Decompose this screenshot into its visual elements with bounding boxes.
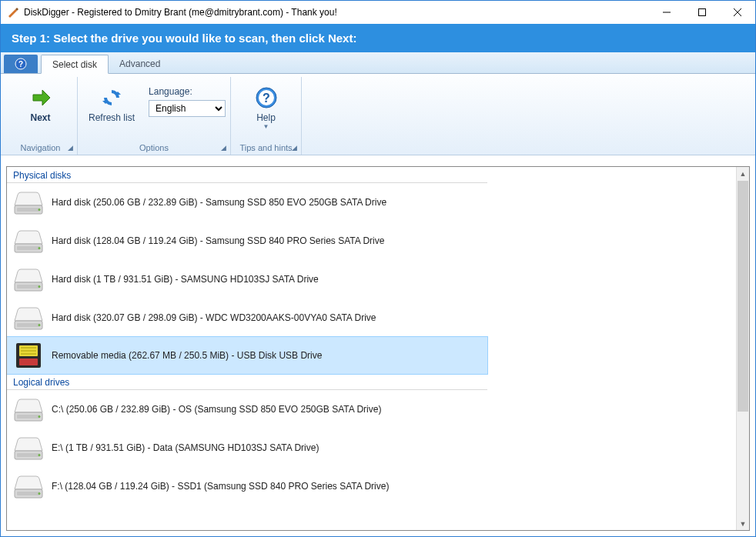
hard-disk-icon <box>12 471 45 502</box>
drive-label: Hard disk (250.06 GB / 232.89 GiB) - Sam… <box>52 197 386 208</box>
file-tab-help[interactable]: ? <box>4 55 38 73</box>
svg-point-20 <box>38 324 41 326</box>
scroll-down-arrow[interactable]: ▼ <box>737 517 749 530</box>
vertical-scrollbar[interactable]: ▲ ▼ <box>736 167 749 530</box>
next-button[interactable]: Next <box>21 83 61 125</box>
svg-rect-31 <box>17 453 40 457</box>
hard-disk-icon <box>12 394 45 425</box>
help-label: Help <box>256 112 276 123</box>
svg-rect-13 <box>17 246 40 250</box>
hard-disk-icon <box>12 264 45 295</box>
physical-disk-item[interactable]: Hard disk (128.04 GB / 119.24 GiB) - Sam… <box>7 222 487 260</box>
drive-label: Removable media (262.67 MB / 250.5 MiB) … <box>52 350 322 361</box>
hard-disk-icon <box>12 225 45 256</box>
refresh-icon <box>99 85 124 111</box>
physical-disk-item[interactable]: Removable media (262.67 MB / 250.5 MiB) … <box>7 336 488 375</box>
svg-point-29 <box>38 415 41 418</box>
svg-rect-25 <box>21 353 36 355</box>
next-label: Next <box>30 112 50 123</box>
scroll-thumb[interactable] <box>738 181 748 412</box>
svg-point-11 <box>38 208 41 211</box>
drive-label: C:\ (250.06 GB / 232.89 GiB) - OS (Samsu… <box>52 404 381 415</box>
svg-point-35 <box>38 492 41 495</box>
window-title: DiskDigger - Registered to Dmitry Brant … <box>24 7 649 18</box>
drive-label: Hard disk (1 TB / 931.51 GiB) - SAMSUNG … <box>52 274 319 285</box>
arrow-right-icon <box>28 85 53 111</box>
language-dropdown[interactable]: English <box>149 100 226 117</box>
drive-list-scroll: Physical disks Hard disk (250.06 GB / 23… <box>7 167 736 530</box>
dialog-launcher-navigation[interactable]: ◢ <box>65 142 75 153</box>
drive-label: E:\ (1 TB / 931.51 GiB) - Data (SAMSUNG … <box>52 442 319 453</box>
ribbon-group-label-options: Options <box>82 142 226 155</box>
app-icon <box>7 6 19 18</box>
hard-disk-icon <box>12 302 45 333</box>
titlebar: DiskDigger - Registered to Dmitry Brant … <box>1 1 755 24</box>
help-icon: ? <box>254 85 279 111</box>
refresh-list-button[interactable]: Refresh list <box>82 83 141 125</box>
drive-list-panel: Physical disks Hard disk (250.06 GB / 23… <box>6 166 750 531</box>
language-selector: Language: English <box>149 83 226 117</box>
svg-point-14 <box>38 247 41 249</box>
minimize-button[interactable] <box>649 1 684 24</box>
svg-text:?: ? <box>18 60 23 68</box>
ribbon-group-options: Refresh list Language: English Options ◢ <box>78 77 231 155</box>
step-banner: Step 1: Select the drive you would like … <box>1 24 755 52</box>
tab-advanced[interactable]: Advanced <box>109 54 171 73</box>
svg-rect-23 <box>21 347 36 349</box>
ribbon-group-label-tips: Tips and hints <box>236 142 296 155</box>
svg-text:?: ? <box>263 92 270 105</box>
tab-strip: ? Select disk Advanced <box>1 52 755 74</box>
section-physical-disks: Physical disks <box>7 167 487 183</box>
tab-select-disk[interactable]: Select disk <box>41 55 109 74</box>
refresh-label: Refresh list <box>89 112 135 123</box>
ribbon: Next Navigation ◢ Refresh list Language:… <box>1 74 755 155</box>
svg-rect-34 <box>17 492 40 495</box>
maximize-button[interactable] <box>684 1 720 24</box>
dialog-launcher-tips[interactable]: ◢ <box>289 142 299 153</box>
svg-point-32 <box>38 454 41 456</box>
ribbon-group-navigation: Next Navigation ◢ <box>4 77 78 155</box>
help-button[interactable]: ? Help ▼ <box>246 83 286 132</box>
physical-disk-item[interactable]: Hard disk (1 TB / 931.51 GiB) - SAMSUNG … <box>7 260 487 299</box>
scroll-up-arrow[interactable]: ▲ <box>737 167 749 180</box>
physical-disk-item[interactable]: Hard disk (250.06 GB / 232.89 GiB) - Sam… <box>7 183 487 222</box>
svg-rect-19 <box>17 323 40 327</box>
ribbon-group-label-navigation: Navigation <box>8 142 72 155</box>
svg-rect-1 <box>699 9 706 16</box>
ribbon-group-tips: ? Help ▼ Tips and hints ◢ <box>231 77 302 155</box>
section-logical-drives: Logical drives <box>7 374 487 390</box>
dialog-launcher-options[interactable]: ◢ <box>218 142 229 153</box>
svg-rect-24 <box>21 350 36 352</box>
window-controls <box>649 1 755 24</box>
svg-rect-26 <box>19 359 38 365</box>
svg-point-17 <box>38 285 41 288</box>
svg-rect-16 <box>17 285 40 289</box>
drive-label: F:\ (128.04 GB / 119.24 GiB) - SSD1 (Sam… <box>52 481 389 492</box>
hard-disk-icon <box>12 187 45 218</box>
close-button[interactable] <box>720 1 755 24</box>
language-label: Language: <box>149 86 226 97</box>
physical-disk-item[interactable]: Hard disk (320.07 GB / 298.09 GiB) - WDC… <box>7 299 487 337</box>
drive-label: Hard disk (128.04 GB / 119.24 GiB) - Sam… <box>52 235 384 246</box>
logical-drive-item[interactable]: F:\ (128.04 GB / 119.24 GiB) - SSD1 (Sam… <box>7 467 487 505</box>
logical-drive-item[interactable]: E:\ (1 TB / 931.51 GiB) - Data (SAMSUNG … <box>7 429 487 467</box>
dropdown-icon: ▼ <box>263 123 269 130</box>
svg-rect-10 <box>17 208 40 212</box>
removable-media-icon <box>12 340 45 371</box>
drive-label: Hard disk (320.07 GB / 298.09 GiB) - WDC… <box>52 312 376 323</box>
hard-disk-icon <box>12 432 45 463</box>
logical-drive-item[interactable]: C:\ (250.06 GB / 232.89 GiB) - OS (Samsu… <box>7 390 487 429</box>
svg-rect-28 <box>17 415 40 419</box>
